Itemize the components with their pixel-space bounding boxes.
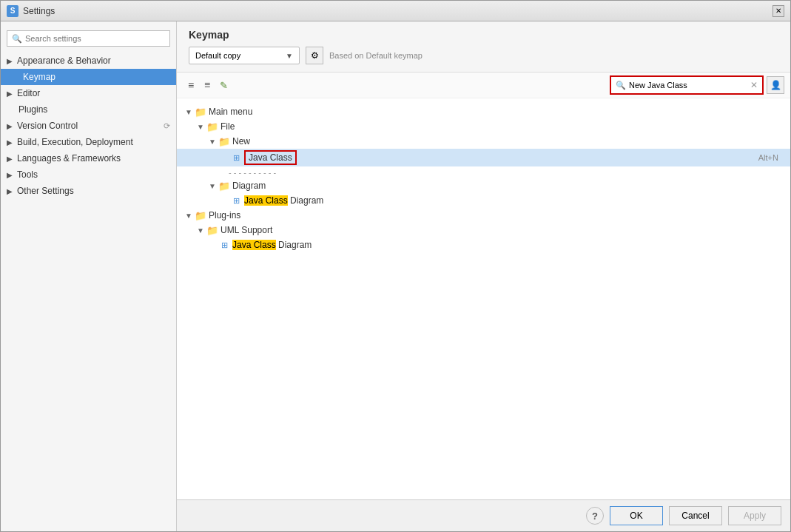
sidebar-item-appearance[interactable]: ▶ Appearance & Behavior [1, 53, 176, 69]
main-content: 🔍 ▶ Appearance & Behavior Keymap ▶ Edito… [1, 21, 790, 531]
sidebar-item-label: Tools [17, 169, 38, 180]
find-usages-button[interactable]: 👤 [767, 76, 784, 94]
sidebar-search-box[interactable]: 🔍 [7, 30, 170, 47]
sidebar-item-keymap[interactable]: Keymap [1, 69, 176, 85]
keymap-settings-button[interactable]: ⚙ [306, 47, 323, 64]
sidebar-search-input[interactable] [25, 34, 165, 43]
highlight-text: Java Class [232, 240, 276, 250]
arrow-icon: ▶ [7, 171, 13, 179]
search-magnify-icon: 🔍 [616, 81, 626, 90]
expand-arrow-icon: ▼ [183, 212, 195, 220]
tree-node-java-class[interactable]: ⊞ Java Class Alt+N [177, 149, 790, 166]
node-label: New [232, 136, 790, 147]
apply-button[interactable]: Apply [728, 506, 781, 525]
sidebar-item-build[interactable]: ▶ Build, Execution, Deployment [1, 134, 176, 150]
folder-icon: 📁 [195, 209, 206, 221]
settings-window: S Settings ✕ 🔍 ▶ Appearance & Behavior K… [0, 0, 791, 532]
cancel-button[interactable]: Cancel [669, 506, 722, 525]
node-label: File [221, 121, 790, 132]
tree-node-diagram[interactable]: ▼ 📁 Diagram [177, 178, 790, 193]
gear-icon: ⚙ [311, 50, 319, 61]
arrow-icon: ▶ [7, 187, 13, 195]
java-class-label-text: Java Class [249, 152, 292, 163]
node-label: Plug-ins [209, 210, 790, 220]
folder-icon: 📁 [218, 135, 230, 147]
keymap-select-value: Default copy [195, 51, 240, 60]
search-field-container: 🔍 ✕ [610, 75, 764, 95]
sidebar-item-label: Appearance & Behavior [17, 55, 111, 66]
sidebar-item-label: Languages & Frameworks [17, 153, 121, 164]
expand-arrow-icon: ▼ [195, 226, 206, 235]
sidebar-item-label: Other Settings [17, 186, 74, 196]
action-icon: ⊞ [218, 239, 230, 251]
tree-node-uml-support[interactable]: ▼ 📁 UML Support [177, 223, 790, 238]
sidebar-item-tools[interactable]: ▶ Tools [1, 166, 176, 183]
sidebar-item-languages[interactable]: ▶ Languages & Frameworks [1, 150, 176, 166]
tree-separator: - - - - - - - - - - [177, 166, 790, 178]
folder-icon: 📁 [206, 121, 218, 132]
folder-icon: 📁 [218, 180, 230, 192]
expand-arrow-icon: ▼ [206, 138, 218, 146]
java-class-highlighted-label: Java Class [244, 150, 297, 165]
sidebar-item-label: Build, Execution, Deployment [17, 137, 133, 147]
node-label: Java Class Diagram [232, 240, 790, 250]
right-panel: Keymap Default copy ▼ ⚙ Based on Default… [177, 21, 790, 531]
sidebar-item-version-control[interactable]: ▶ Version Control ⟳ [1, 118, 176, 134]
highlight-text: Java Class [244, 195, 288, 206]
sidebar-item-label: Keymap [23, 72, 55, 82]
keymap-select[interactable]: Default copy ▼ [189, 47, 300, 64]
panel-title: Keymap [189, 29, 778, 41]
based-on-label: Based on Default keymap [329, 51, 423, 60]
expand-arrow-icon: ▼ [206, 182, 218, 190]
tree-node-new[interactable]: ▼ 📁 New [177, 134, 790, 149]
search-area: 🔍 ✕ 👤 [610, 75, 784, 95]
tree-node-plugins[interactable]: ▼ 📁 Plug-ins [177, 208, 790, 223]
arrow-icon: ▶ [7, 122, 13, 130]
window-controls: ✕ [773, 5, 784, 17]
folder-icon: 📁 [195, 106, 206, 118]
tree-node-java-class-diagram1[interactable]: ⊞ Java Class Diagram [177, 193, 790, 208]
collapse-all-button[interactable]: ≡ [199, 77, 215, 93]
tree-toolbar-area: ≡ ≡ ✎ 🔍 ✕ 👤 [177, 73, 790, 98]
help-button[interactable]: ? [586, 507, 604, 525]
expand-all-button[interactable]: ≡ [183, 77, 199, 93]
node-label: Main menu [209, 107, 790, 117]
ok-button[interactable]: OK [610, 506, 663, 525]
shortcut-label: Alt+N [758, 153, 790, 162]
dropdown-arrow-icon: ▼ [286, 52, 293, 60]
expand-arrow-icon: ▼ [195, 123, 206, 131]
clear-search-icon[interactable]: ✕ [750, 80, 758, 90]
keymap-tree: ▼ 📁 Main menu ▼ 📁 File ▼ 📁 New [177, 98, 790, 499]
node-label: UML Support [221, 225, 790, 235]
sidebar-item-other[interactable]: ▶ Other Settings [1, 183, 176, 199]
sidebar-item-plugins[interactable]: Plugins [1, 101, 176, 118]
tree-node-file[interactable]: ▼ 📁 File [177, 119, 790, 134]
keymap-search-input[interactable] [629, 81, 747, 90]
arrow-icon: ▶ [7, 155, 13, 163]
sidebar: 🔍 ▶ Appearance & Behavior Keymap ▶ Edito… [1, 21, 177, 531]
expand-arrow-icon: ▼ [183, 108, 195, 116]
node-label: Java Class Diagram [244, 195, 790, 206]
sync-icon: ⟳ [164, 121, 170, 131]
edit-shortcut-button[interactable]: ✎ [215, 77, 232, 93]
sidebar-item-label: Editor [17, 88, 40, 98]
title-bar: S Settings ✕ [1, 1, 790, 21]
app-icon: S [7, 5, 18, 17]
arrow-icon: ▶ [7, 90, 13, 98]
bottom-left: ? [586, 507, 604, 525]
close-button[interactable]: ✕ [773, 5, 784, 17]
window-title: Settings [23, 6, 55, 16]
arrow-icon: ▶ [7, 57, 13, 65]
title-bar-left: S Settings [7, 5, 55, 17]
tree-node-main-menu[interactable]: ▼ 📁 Main menu [177, 104, 790, 119]
keymap-toolbar: Default copy ▼ ⚙ Based on Default keymap [189, 47, 778, 64]
node-label: Diagram [232, 181, 790, 191]
sidebar-item-label: Version Control [17, 121, 78, 131]
tree-node-java-class-diagram2[interactable]: ⊞ Java Class Diagram [177, 238, 790, 252]
find-usages-icon: 👤 [770, 80, 781, 90]
arrow-icon: ▶ [7, 138, 13, 147]
folder-icon: 📁 [206, 224, 218, 236]
sidebar-item-editor[interactable]: ▶ Editor [1, 85, 176, 101]
search-icon: 🔍 [12, 34, 22, 44]
action-icon: ⊞ [230, 152, 242, 164]
